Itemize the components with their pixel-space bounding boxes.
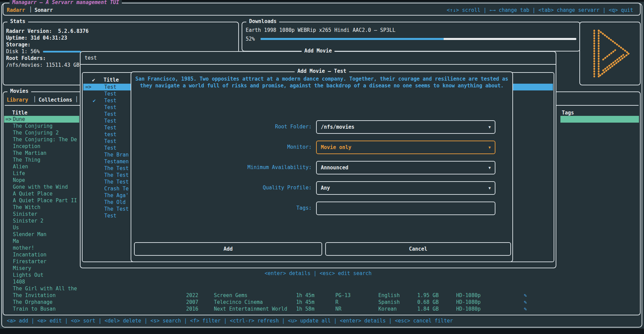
movie-size: 0.68 GB [417,299,439,306]
root-folder-select[interactable]: /nfs/movies ▼ [316,120,495,134]
bottom-strip [0,329,644,334]
tab-separator: │ [29,6,32,13]
movie-runtime: 1h 58m [296,306,314,312]
tab-radarr[interactable]: Radarr [7,7,25,13]
movie-title: Nope [13,177,25,184]
movie-title: A Quiet Place Part II [13,197,77,204]
selection-marker: => [5,116,12,123]
movie-studio: Next Entertainment World [214,306,287,312]
results-title-header: Title [104,77,119,83]
disk-label: Disk 1: 56% [6,48,40,55]
selected-row-tags-highlight [560,116,639,123]
movie-title: Sinister [13,211,37,217]
download-item: Earth 1998 1080p WEBRip x265 Hindi AAC2.… [246,27,396,33]
result-title: Crash Te [104,185,129,192]
movie-title: The Conjuring [13,123,52,129]
logo-panel [579,22,641,85]
monitor-value: Movie only [317,141,495,153]
result-title: test [104,131,116,138]
movie-overview: San Francisco, 1985. Two opposites attra… [135,76,508,89]
edit-icon[interactable]: ✎ [524,306,527,312]
modal-keybind-help: <enter> details | <esc> edit search [80,270,556,276]
chevron-down-icon: ▼ [488,166,491,170]
minimum-availability-label: Minimum Availability: [131,164,312,170]
global-keybind-help: <↑↓> scroll | ←→ change tab | <tab> chan… [447,7,633,13]
result-title: The Test [104,172,129,179]
quality-profile-select[interactable]: Any ▼ [316,181,495,195]
tags-field: Tags: [131,202,512,215]
movie-search-input[interactable]: test [81,52,556,65]
download-percent: 52% [246,36,255,42]
title-column-header: Title [12,110,27,116]
minimum-availability-field: Minimum Availability: Announced ▼ [131,161,512,174]
chevron-down-icon: ▼ [488,186,491,190]
chevron-down-icon: ▼ [488,125,491,129]
movie-row[interactable]: The Orphanage 2007 Telecinco Cinema 1h 4… [4,299,639,306]
movie-row[interactable]: The Invitation 2022 Screen Gems 1h 45m P… [4,292,639,299]
result-title: Test [104,118,116,124]
movie-title: The Witch [13,204,40,211]
result-title: The Test [104,206,129,212]
minimum-availability-select[interactable]: Announced ▼ [316,161,495,174]
downloads-panel-title: Downloads [246,18,279,24]
result-title: The Test [104,179,129,185]
movie-row[interactable]: Train to Busan 2016 Next Entertainment W… [4,306,639,312]
movie-title: A Quiet Place [13,190,52,197]
quality-profile-value: Any [317,182,495,194]
minimum-availability-value: Announced [317,162,495,174]
add-button[interactable]: Add [134,242,322,256]
movie-language: English [378,292,400,299]
tags-input[interactable] [316,202,495,215]
movie-rating: R [335,299,338,306]
movie-studio: Screen Gems [214,292,247,299]
keybind-bar: <a> add | <e> edit | <o> sort | <del> de… [7,318,453,324]
movie-title: Alien [13,163,28,170]
tags-column-header: Tags [562,110,574,116]
cancel-button[interactable]: Cancel [325,242,511,256]
monitor-select[interactable]: Movie only ▼ [316,141,495,154]
chevron-down-icon: ▼ [488,145,491,150]
movie-title: Misery [13,265,31,272]
movie-title: The Conjuring: The De [13,136,77,143]
result-title: Testamen [104,158,129,165]
movie-title: The Girl with All the [13,285,77,292]
stats-panel-title: Stats [7,18,28,24]
movie-language: Spanish [378,299,400,306]
movie-title: The Martian [13,150,46,156]
movie-size: 1.84 GB [417,306,439,312]
movie-size: 1.95 GB [417,292,439,299]
movie-row[interactable]: The Girl with All the [4,285,639,292]
tab-library[interactable]: Library [7,97,28,103]
result-title: Test [104,90,116,97]
collections-tab-separator: │ [75,96,78,102]
managarr-logo [590,27,632,80]
download-progress-bar [261,38,576,40]
movie-title: Train to Busan [13,306,55,312]
result-title: The Test [104,165,129,172]
movie-title: Life [13,170,25,177]
edit-icon[interactable]: ✎ [524,299,527,306]
tab-collections[interactable]: Collections [39,97,72,103]
result-title: The Old [104,199,126,206]
tab-sonarr[interactable]: Sonarr [35,7,53,13]
downloads-panel: Downloads Earth 1998 1080p WEBRip x265 H… [242,22,580,51]
tags-label: Tags: [131,205,312,211]
result-title: Test [104,212,116,219]
monitored-check-icon: ✔ [93,97,96,104]
movie-studio: Telecinco Cinema [214,299,263,306]
download-progress-fill [261,38,444,40]
quality-profile-label: Quality Profile: [131,185,312,191]
movie-title: The Conjuring 2 [13,129,59,136]
result-title: The Bran [104,151,129,158]
edit-icon[interactable]: ✎ [524,292,527,299]
movie-title: The Orphanage [13,299,52,306]
movie-title: Us [13,224,19,231]
movie-row[interactable]: 1408 [4,278,639,285]
movie-rating: PG-13 [335,292,351,299]
movie-details-title: Add Movie – Test [295,68,349,74]
check-column-header: ✔ [92,77,95,83]
app-title: Managarr – A Servarr management TUI [9,0,122,5]
movie-runtime: 1h 45m [296,299,314,306]
movie-year: 2022 [186,292,198,299]
monitor-label: Monitor: [131,144,312,150]
